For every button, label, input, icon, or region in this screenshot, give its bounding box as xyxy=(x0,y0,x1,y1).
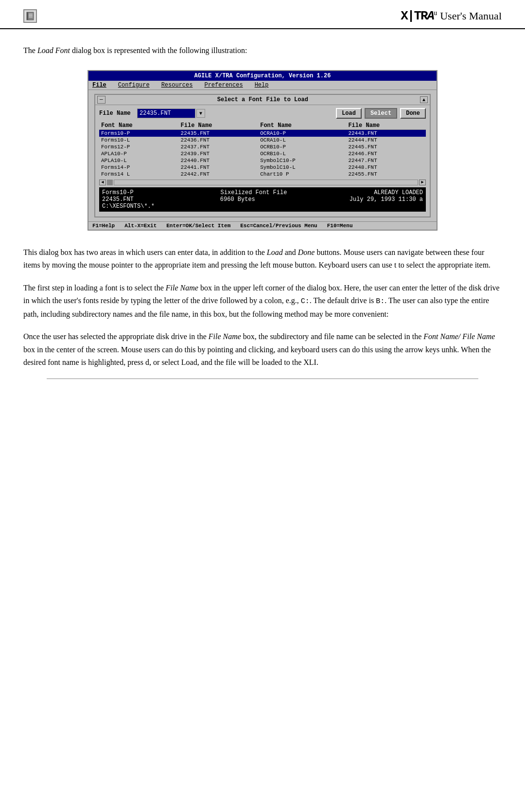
menu-help[interactable]: Help xyxy=(255,82,269,89)
status-path: C:\XESFONTS\*.* xyxy=(102,203,155,210)
table-row[interactable]: Forms14 L 22442.FNT Chart10 P 22455.FNT xyxy=(99,171,426,178)
page-header: X|TRAu User's Manual xyxy=(0,0,525,29)
filename-row: File Name 22435.FNT ▼ Load Select Done xyxy=(99,108,426,119)
font-table: Font Name File Name Font Name File Name … xyxy=(99,122,426,178)
scroll-left-btn[interactable]: ◄ xyxy=(99,180,106,185)
cell-file1: 22442.FNT xyxy=(179,171,259,178)
file-name-italic-2: File Name xyxy=(209,332,241,341)
exit-key: Alt-X=Exit xyxy=(124,223,157,229)
cell-font1: APLA10-P xyxy=(99,150,179,157)
filename-label: File Name xyxy=(99,110,133,117)
menu-preferences[interactable]: Preferences xyxy=(204,82,243,89)
menu-file[interactable]: File xyxy=(92,82,106,89)
status-font-name: Forms10-P xyxy=(102,189,134,196)
table-row[interactable]: Forms10-L 22436.FNT OCRA10-L 22444.FNT xyxy=(99,137,426,144)
select-button[interactable]: Select xyxy=(365,108,397,119)
menu-resources[interactable]: Resources xyxy=(161,82,193,89)
cell-file1: 22436.FNT xyxy=(179,137,259,144)
inner-dialog-body: File Name 22435.FNT ▼ Load Select Done xyxy=(95,105,430,217)
page-footer xyxy=(47,379,478,383)
cell-font2: OCRA10-L xyxy=(258,137,346,144)
dropdown-arrow[interactable]: ▼ xyxy=(196,109,205,118)
status-line-3: C:\XESFONTS\*.* xyxy=(102,203,423,210)
inner-dialog: ─ Select a Font File to Load ▲ File Name… xyxy=(94,94,431,217)
load-italic: Load xyxy=(267,248,283,256)
file-name-italic: File Name xyxy=(166,284,198,292)
status-date: July 29, 1993 11:30 a xyxy=(350,196,423,203)
cell-file1: 22441.FNT xyxy=(179,164,259,171)
intro-paragraph: The Load Font dialog box is represented … xyxy=(23,45,502,56)
load-button[interactable]: Load xyxy=(336,108,362,119)
scroll-thumb xyxy=(107,180,113,185)
cell-file2: 22447.FNT xyxy=(346,157,426,164)
body-paragraph-3: Once the user has selected the appropria… xyxy=(23,330,502,369)
cell-file1: 22437.FNT xyxy=(179,144,259,150)
status-filename: 22435.FNT xyxy=(102,196,134,203)
minimize-box[interactable]: ─ xyxy=(97,96,105,104)
done-button[interactable]: Done xyxy=(400,108,426,119)
cell-file1: 22439.FNT xyxy=(179,150,259,157)
cell-font1: Forms14-P xyxy=(99,164,179,171)
font-table-container: Font Name File Name Font Name File Name … xyxy=(99,122,426,187)
cell-file2: 22455.FNT xyxy=(346,171,426,178)
cell-font1: Forms12-P xyxy=(99,144,179,150)
app-menubar: File Configure Resources Preferences Hel… xyxy=(88,81,437,90)
table-row[interactable]: Forms12-P 22437.FNT OCRB10-P 22445.FNT xyxy=(99,144,426,150)
cell-font2: SymbolC10-L xyxy=(258,164,346,171)
svg-rect-1 xyxy=(27,12,28,20)
scroll-right-btn[interactable]: ► xyxy=(419,180,426,185)
status-loaded: ALREADY LOADED xyxy=(374,189,423,196)
cell-font1: APLA10-L xyxy=(99,157,179,164)
cell-font2: OCRA10-P xyxy=(258,130,346,137)
f10-key: F10=Menu xyxy=(327,223,353,229)
horizontal-scroll-row: ◄ ► xyxy=(99,180,426,185)
done-italic: Done xyxy=(298,248,315,256)
inner-dialog-titlebar: ─ Select a Font File to Load ▲ xyxy=(95,95,430,105)
col-font-name-1: Font Name xyxy=(99,122,179,130)
status-filesize: 6960 Bytes xyxy=(220,196,255,203)
cell-file2: 22446.FNT xyxy=(346,150,426,157)
cell-font2: OCRB10-L xyxy=(258,150,346,157)
page-content: The Load Font dialog box is represented … xyxy=(0,29,525,398)
font-file-name-italic: Font Name/ File Name xyxy=(423,332,495,341)
body-paragraph-2: The first step in loading a font is to s… xyxy=(23,282,502,321)
cell-font2: OCRB10-P xyxy=(258,144,346,150)
body-paragraph-1: This dialog box has two areas in which u… xyxy=(23,246,502,272)
table-row[interactable]: APLA10-L 22440.FNT SymbolC10-P 22447.FNT xyxy=(99,157,426,164)
table-row[interactable]: Forms10-P 22435.FNT OCRA10-P 22443.FNT xyxy=(99,130,426,137)
cell-file2: 22445.FNT xyxy=(346,144,426,150)
table-row[interactable]: Forms14-P 22441.FNT SymbolC10-L 22448.FN… xyxy=(99,164,426,171)
col-file-name-2: File Name xyxy=(346,122,426,130)
help-key: F1=Help xyxy=(92,223,115,229)
book-icon xyxy=(23,9,37,23)
header-logo xyxy=(23,9,37,23)
status-font-type: Sixelized Font File xyxy=(221,189,287,196)
enter-key: Enter=OK/Select Item xyxy=(166,223,230,229)
cell-font2: SymbolC10-P xyxy=(258,157,346,164)
table-row[interactable]: APLA10-P 22439.FNT OCRB10-L 22446.FNT xyxy=(99,150,426,157)
load-font-italic: Load Font xyxy=(37,46,70,54)
col-font-name-2: Font Name xyxy=(258,122,346,130)
inner-dialog-title: Select a Font File to Load xyxy=(108,96,417,103)
menu-configure[interactable]: Configure xyxy=(118,82,150,89)
esc-key: Esc=Cancel/Previous Menu xyxy=(240,223,317,229)
cell-file2: 22448.FNT xyxy=(346,164,426,171)
cell-font1: Forms14 L xyxy=(99,171,179,178)
col-file-name-1: File Name xyxy=(179,122,259,130)
status-area: Forms10-P Sixelized Font File ALREADY LO… xyxy=(99,187,426,212)
header-title: X|TRAu User's Manual xyxy=(401,9,502,23)
cell-font1: Forms10-L xyxy=(99,137,179,144)
scroll-up-btn[interactable]: ▲ xyxy=(420,96,428,103)
cell-file1: 22435.FNT xyxy=(179,130,259,137)
status-line-1: Forms10-P Sixelized Font File ALREADY LO… xyxy=(102,189,423,196)
cell-font1: Forms10-P xyxy=(99,130,179,137)
dialog-buttons: Load Select Done xyxy=(336,108,426,119)
cell-file1: 22440.FNT xyxy=(179,157,259,164)
app-titlebar: AGILE X/TRA Configuration, Version 1.26 xyxy=(88,71,437,81)
cell-file2: 22443.FNT xyxy=(346,130,426,137)
dialog-illustration: AGILE X/TRA Configuration, Version 1.26 … xyxy=(88,70,438,231)
status-line-2: 22435.FNT 6960 Bytes July 29, 1993 11:30… xyxy=(102,196,423,203)
filename-input[interactable]: 22435.FNT xyxy=(137,108,195,118)
cell-font2: Chart10 P xyxy=(258,171,346,178)
cell-file2: 22444.FNT xyxy=(346,137,426,144)
